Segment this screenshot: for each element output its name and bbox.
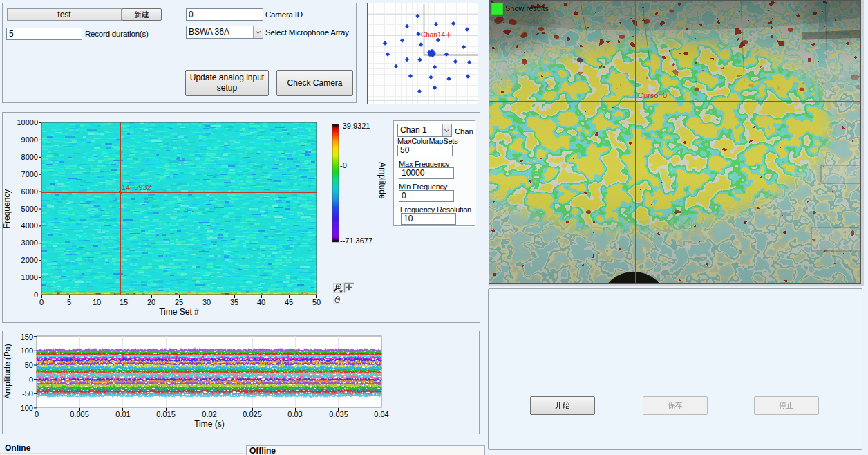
svg-text:Amplitude: Amplitude bbox=[377, 162, 387, 199]
svg-text:25: 25 bbox=[175, 298, 183, 306]
svg-text:Show results: Show results bbox=[505, 4, 549, 12]
svg-text:14, 5932: 14, 5932 bbox=[122, 183, 151, 192]
svg-text:50: 50 bbox=[312, 298, 321, 306]
svg-text:0: 0 bbox=[39, 298, 44, 306]
svg-text:0.02: 0.02 bbox=[202, 410, 216, 418]
svg-text:10: 10 bbox=[93, 298, 101, 306]
svg-text:150: 150 bbox=[21, 333, 33, 341]
svg-text:0: 0 bbox=[29, 375, 33, 384]
svg-text:Frequency: Frequency bbox=[2, 189, 12, 229]
svg-text:20: 20 bbox=[147, 298, 155, 306]
svg-text:0.015: 0.015 bbox=[156, 410, 176, 418]
svg-text:-50: -50 bbox=[22, 389, 33, 398]
svg-text:45: 45 bbox=[285, 298, 293, 306]
svg-text:Cursor 0: Cursor 0 bbox=[638, 91, 667, 100]
svg-text:5: 5 bbox=[67, 298, 71, 306]
svg-text:30: 30 bbox=[202, 298, 211, 306]
svg-text:-39.9321: -39.9321 bbox=[340, 122, 370, 130]
svg-text:8000: 8000 bbox=[21, 153, 38, 161]
svg-text:4000: 4000 bbox=[21, 221, 38, 230]
svg-text:--71.3677: --71.3677 bbox=[340, 236, 372, 245]
svg-text:40: 40 bbox=[257, 298, 265, 306]
svg-text:Chan14: Chan14 bbox=[421, 31, 445, 39]
svg-text:Time (s): Time (s) bbox=[194, 419, 225, 429]
svg-text:9000: 9000 bbox=[21, 136, 38, 144]
svg-text:-100: -100 bbox=[18, 404, 33, 412]
svg-text:10000: 10000 bbox=[17, 118, 38, 127]
svg-text:0: 0 bbox=[34, 290, 38, 299]
svg-text:Amplitude (Pa): Amplitude (Pa) bbox=[3, 344, 12, 398]
svg-text:-0: -0 bbox=[340, 161, 347, 169]
svg-text:0.025: 0.025 bbox=[243, 410, 262, 418]
svg-text:0.035: 0.035 bbox=[329, 410, 348, 418]
svg-text:7000: 7000 bbox=[21, 170, 38, 178]
svg-text:Time Set #: Time Set # bbox=[159, 307, 199, 317]
svg-text:0.005: 0.005 bbox=[70, 410, 89, 418]
svg-text:50: 50 bbox=[25, 361, 33, 369]
svg-text:1000: 1000 bbox=[21, 273, 38, 281]
svg-text:0.04: 0.04 bbox=[374, 410, 388, 418]
svg-text:0.01: 0.01 bbox=[115, 410, 130, 418]
svg-text:35: 35 bbox=[230, 298, 238, 306]
svg-text:2000: 2000 bbox=[21, 256, 38, 264]
svg-text:0: 0 bbox=[35, 410, 39, 418]
svg-text:5000: 5000 bbox=[21, 205, 38, 213]
svg-text:0.03: 0.03 bbox=[287, 410, 302, 418]
svg-text:15: 15 bbox=[120, 298, 128, 306]
svg-text:6000: 6000 bbox=[21, 187, 38, 196]
svg-text:100: 100 bbox=[21, 346, 33, 355]
svg-text:3000: 3000 bbox=[21, 239, 38, 247]
